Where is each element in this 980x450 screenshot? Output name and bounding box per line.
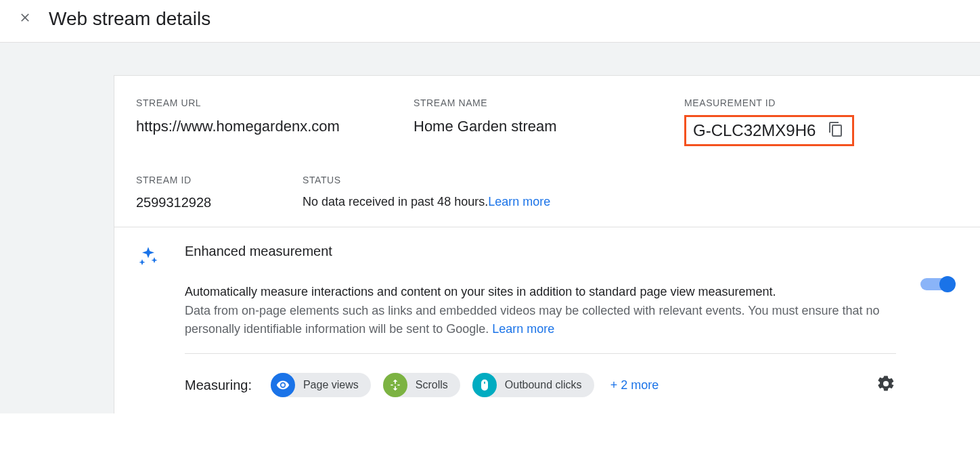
stream-id-label: STREAM ID [136,175,303,185]
measuring-chips: Page views Scrolls Outbo [271,373,659,397]
status-block: STATUS No data received in past 48 hours… [303,175,550,210]
summary-row-1: STREAM URL https://www.homegardenx.com S… [136,97,958,149]
enhanced-settings-button[interactable] [876,375,896,395]
enhanced-learn-more-link[interactable]: Learn more [492,322,554,336]
scroll-icon [383,373,407,397]
stream-id-block: STREAM ID 2599312928 [136,175,303,210]
chip-outbound-clicks: Outbound clicks [472,373,594,397]
enhanced-line-1: Automatically measure interactions and c… [185,285,896,299]
eye-icon [271,373,295,397]
status-line: No data received in past 48 hours.Learn … [303,195,550,209]
gear-icon [876,374,895,396]
close-button[interactable] [16,10,34,28]
enhanced-title: Enhanced measurement [185,244,896,259]
more-events-link[interactable]: + 2 more [610,378,659,392]
copy-icon [828,121,844,140]
page-header: Web stream details [0,0,980,43]
chip-scrolls: Scrolls [383,373,460,397]
enhanced-body: Enhanced measurement Automatically measu… [185,244,896,397]
stream-url-value: https://www.homegardenx.com [136,118,414,135]
enhanced-measurement-section: Enhanced measurement Automatically measu… [114,227,980,413]
stream-id-value: 2599312928 [136,195,303,210]
chip-scrolls-label: Scrolls [416,379,448,391]
stream-card: STREAM URL https://www.homegardenx.com S… [114,75,980,413]
enhanced-measurement-toggle[interactable] [920,276,956,292]
stream-name-label: STREAM NAME [414,97,684,108]
measurement-id-block: MEASUREMENT ID G-CLC32MX9H6 [684,97,854,149]
chip-page-views-label: Page views [303,379,359,391]
status-label: STATUS [303,175,550,185]
stream-summary: STREAM URL https://www.homegardenx.com S… [114,76,980,227]
close-icon [18,11,32,27]
measurement-id-highlight: G-CLC32MX9H6 [684,115,854,146]
status-value: No data received in past 48 hours. [303,195,488,208]
page-title: Web stream details [49,8,210,30]
measurement-id-label: MEASUREMENT ID [684,97,854,108]
copy-measurement-id-button[interactable] [826,121,845,140]
summary-row-2: STREAM ID 2599312928 STATUS No data rece… [136,175,958,210]
enhanced-line-2: Data from on-page elements such as links… [185,302,896,338]
status-learn-more-link[interactable]: Learn more [488,195,550,208]
sparkle-icon [136,245,160,269]
measuring-row: Measuring: Page views Scro [185,353,896,397]
stream-name-block: STREAM NAME Home Garden stream [414,97,684,149]
stream-name-value: Home Garden stream [414,118,684,135]
measurement-id-value: G-CLC32MX9H6 [693,121,816,140]
enhanced-description: Automatically measure interactions and c… [185,285,896,338]
chip-outbound-clicks-label: Outbound clicks [505,379,582,391]
stream-url-block: STREAM URL https://www.homegardenx.com [136,97,414,149]
mouse-icon [472,373,497,397]
chip-page-views: Page views [271,373,371,397]
measuring-label: Measuring: [185,378,252,393]
toggle-thumb [939,276,956,292]
page-body: STREAM URL https://www.homegardenx.com S… [0,43,980,413]
stream-url-label: STREAM URL [136,97,414,108]
